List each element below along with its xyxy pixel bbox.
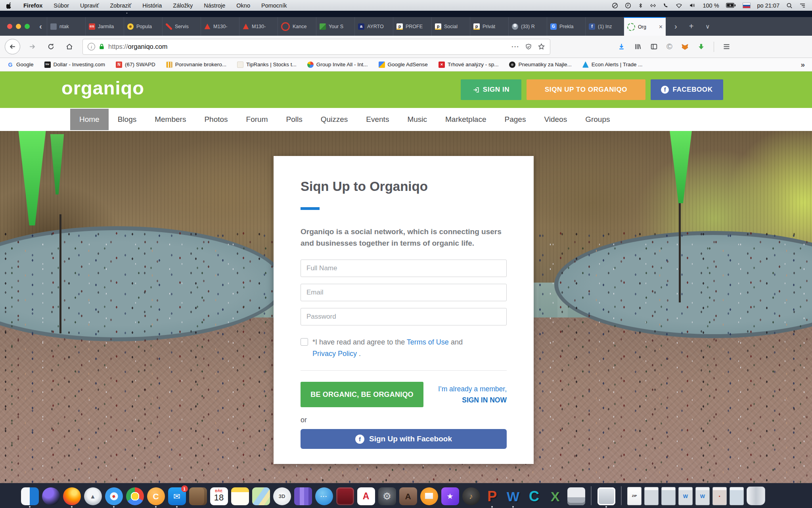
dock-app[interactable]: ▪ bbox=[712, 487, 727, 508]
dock-app[interactable] bbox=[661, 487, 676, 508]
site-nav-item[interactable]: Videos bbox=[535, 109, 576, 130]
sign-in-now-link[interactable]: SIGN IN NOW bbox=[438, 396, 507, 404]
site-nav-item[interactable]: Home bbox=[70, 109, 109, 130]
dock-app[interactable]: W bbox=[504, 487, 522, 508]
dock-app[interactable] bbox=[588, 486, 594, 508]
url-bar[interactable]: i https://organiqo.com ··· bbox=[82, 39, 550, 55]
bookmark-item[interactable]: N (67) SWAPD bbox=[116, 62, 155, 68]
bookmark-item[interactable]: Econ Alerts | Trade ... bbox=[582, 62, 643, 68]
site-nav-item[interactable]: Polls bbox=[277, 109, 311, 130]
site-info-icon[interactable]: i bbox=[88, 43, 95, 50]
sign-in-button[interactable]: SIGN IN bbox=[461, 79, 521, 100]
site-nav-item[interactable]: Groups bbox=[576, 109, 619, 130]
browser-tab[interactable]: a AYRTO bbox=[354, 17, 393, 36]
reload-button[interactable] bbox=[44, 40, 57, 54]
browser-tab[interactable]: p Privát bbox=[470, 17, 508, 36]
dnd-icon[interactable] bbox=[612, 2, 618, 9]
list-all-tabs-icon[interactable]: ∨ bbox=[705, 23, 710, 30]
tab-close-icon[interactable]: × bbox=[658, 23, 663, 31]
spotlight-icon[interactable] bbox=[786, 2, 793, 9]
downloads-icon[interactable] bbox=[618, 43, 625, 50]
site-nav-item[interactable]: Marketplace bbox=[436, 109, 496, 130]
dock-app[interactable] bbox=[42, 487, 60, 508]
browser-tab[interactable]: p Social bbox=[431, 17, 470, 36]
dock-app[interactable] bbox=[597, 487, 615, 508]
minimize-window-button[interactable] bbox=[16, 24, 21, 29]
back-button[interactable] bbox=[5, 39, 20, 54]
metamask-fox-icon[interactable] bbox=[681, 43, 689, 50]
dock-app[interactable]: ♪ bbox=[462, 487, 480, 508]
facebook-signup-button[interactable]: f Sign Up with Facebook bbox=[301, 429, 507, 449]
bookmarks-overflow-icon[interactable]: » bbox=[801, 60, 805, 69]
dock-app[interactable]: ▲ bbox=[84, 487, 102, 508]
browser-tab[interactable]: (33) R bbox=[508, 17, 547, 36]
sidebar-icon[interactable] bbox=[650, 43, 658, 50]
dock-app[interactable]: C bbox=[525, 487, 543, 508]
menubar-item[interactable]: Firefox bbox=[23, 2, 42, 9]
browser-tab[interactable]: M130- bbox=[239, 17, 278, 36]
dock-app[interactable] bbox=[252, 487, 270, 508]
privacy-policy-link[interactable]: Privacy Policy bbox=[312, 350, 357, 358]
dock-app[interactable]: A bbox=[399, 487, 417, 508]
dock-app[interactable]: ✉ 1 bbox=[168, 487, 186, 508]
terms-of-use-link[interactable]: Terms of Use bbox=[407, 338, 449, 346]
dock-app[interactable] bbox=[231, 487, 249, 508]
dock-app[interactable]: A bbox=[357, 487, 375, 508]
dock-app[interactable] bbox=[747, 487, 765, 508]
dock-app[interactable] bbox=[567, 487, 585, 508]
menubar-item[interactable]: Okno bbox=[236, 2, 250, 9]
dock-app[interactable]: BŘE 18 bbox=[210, 487, 228, 508]
bookmark-item[interactable]: × Trhové analýzy - sp... bbox=[439, 62, 499, 68]
bookmark-item[interactable]: Google AdSense bbox=[379, 62, 428, 68]
bookmark-star-icon[interactable] bbox=[538, 43, 545, 50]
site-nav-item[interactable]: Members bbox=[146, 109, 195, 130]
site-nav-item[interactable]: Events bbox=[357, 109, 398, 130]
battery-icon[interactable] bbox=[726, 3, 736, 8]
dock-app[interactable] bbox=[21, 487, 39, 508]
menubar-item[interactable]: Upraviť bbox=[80, 2, 99, 9]
dock-app[interactable] bbox=[126, 487, 144, 508]
bookmark-item[interactable]: Group Invite All - Int... bbox=[307, 62, 368, 68]
menubar-clock[interactable]: po 21:07 bbox=[757, 2, 779, 9]
be-organic-submit-button[interactable]: BE ORGANIC, BE ORGANIQO bbox=[301, 382, 423, 407]
https-lock-icon[interactable] bbox=[99, 43, 105, 50]
menubar-item[interactable]: Zobraziť bbox=[110, 2, 131, 9]
browser-tab[interactable]: p PROFE bbox=[393, 17, 431, 36]
bookmark-item[interactable]: Pneumatiky za Najle... bbox=[509, 62, 571, 68]
scroll-tabs-left-icon[interactable]: ‹ bbox=[38, 21, 47, 32]
dock-app[interactable] bbox=[189, 487, 207, 508]
menubar-item[interactable]: Nástroje bbox=[204, 2, 225, 9]
apple-menu-icon[interactable] bbox=[6, 2, 12, 9]
browser-tab[interactable]: Org × bbox=[624, 17, 666, 36]
wifi-icon[interactable] bbox=[676, 2, 682, 8]
site-nav-item[interactable]: Forum bbox=[237, 109, 277, 130]
browser-tab[interactable]: Kance bbox=[278, 17, 316, 36]
bookmark-item[interactable]: Porovnanie brokero... bbox=[166, 62, 226, 68]
browser-tab[interactable]: Popula bbox=[124, 17, 162, 36]
site-nav-item[interactable]: Quizzes bbox=[312, 109, 357, 130]
home-button[interactable] bbox=[63, 40, 76, 54]
browser-tab[interactable]: ntak bbox=[47, 17, 85, 36]
menubar-item[interactable]: Pomocník bbox=[261, 2, 287, 9]
site-nav-item[interactable]: Blogs bbox=[109, 109, 146, 130]
browser-tab[interactable]: f (1) Inz bbox=[585, 17, 624, 36]
menubar-item[interactable]: Záložky bbox=[173, 2, 193, 9]
sign-up-button[interactable]: SIQN UP TO ORGANIQO bbox=[527, 79, 645, 100]
dock-app[interactable]: ··· bbox=[315, 487, 333, 508]
dock-app[interactable]: W bbox=[695, 487, 710, 508]
menubar-item[interactable]: História bbox=[142, 2, 162, 9]
dock-app[interactable]: ZIP bbox=[627, 487, 642, 508]
dock-app[interactable] bbox=[336, 487, 354, 508]
library-icon[interactable] bbox=[634, 43, 642, 50]
dock-app[interactable] bbox=[730, 487, 744, 508]
url-text[interactable]: https://organiqo.com bbox=[108, 43, 168, 50]
dock-app[interactable] bbox=[63, 487, 81, 508]
password-input[interactable] bbox=[301, 308, 507, 325]
dock-app[interactable] bbox=[618, 486, 624, 508]
bookmark-item[interactable]: G Google bbox=[7, 62, 34, 68]
notification-center-icon[interactable] bbox=[799, 3, 806, 8]
dock-app[interactable]: ★ bbox=[441, 487, 459, 508]
forward-button[interactable] bbox=[25, 40, 39, 54]
page-actions-icon[interactable]: ··· bbox=[511, 43, 519, 51]
browser-tab[interactable]: EIS Jarmila bbox=[85, 17, 124, 36]
